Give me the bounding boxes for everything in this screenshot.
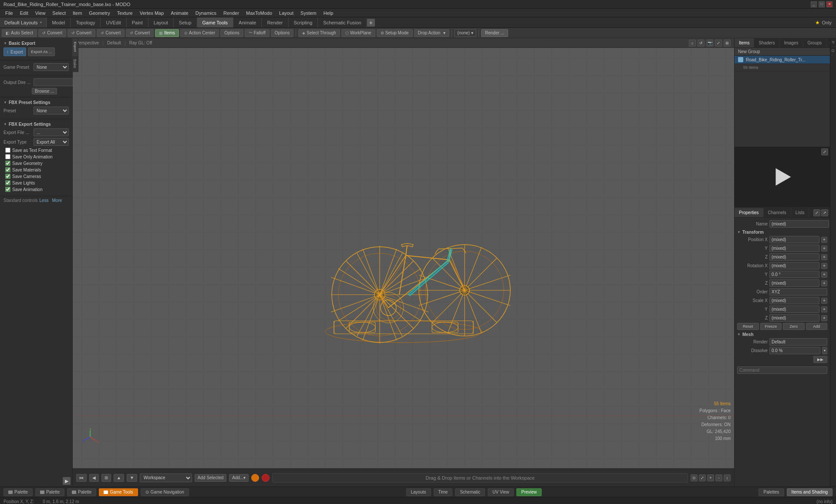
order-value[interactable]: XYZ [769, 288, 827, 296]
browse-button[interactable]: Browse ... [32, 88, 57, 94]
tab-animate[interactable]: Animate [233, 17, 262, 27]
tab-properties[interactable]: Properties [735, 208, 764, 217]
dissolve-value[interactable]: 0.0 % [769, 347, 820, 354]
add-selected-button[interactable]: Add Selected [195, 474, 227, 482]
menu-system[interactable]: System [297, 10, 320, 17]
rotation-z-value[interactable]: (mixed) [769, 279, 819, 287]
convert-button-1[interactable]: ↺ Convert [38, 29, 66, 37]
timeline-rewind-button[interactable]: ⏮ [76, 474, 87, 482]
game-preset-select[interactable]: None [34, 63, 69, 71]
falloff-button[interactable]: 〜 Falloff [245, 29, 270, 37]
tab-render[interactable]: Render [262, 17, 288, 27]
tab-topology[interactable]: Topology [71, 17, 101, 27]
vp-grid-button[interactable]: ⊞ [724, 40, 731, 47]
menu-animate[interactable]: Animate [167, 10, 192, 17]
dissolve-arrow-button[interactable]: ▾ [822, 347, 827, 354]
tab-setup[interactable]: Setup [174, 17, 197, 27]
preview-play-button[interactable] [772, 166, 793, 188]
new-group-button[interactable]: New Group [735, 48, 830, 56]
save-animation-checkbox[interactable] [5, 187, 10, 192]
render-value[interactable]: Default [769, 338, 827, 346]
tl-zoom-button[interactable]: ⊙ [691, 474, 698, 481]
tab-uvedit[interactable]: UVEdit [101, 17, 126, 27]
work-plane-button[interactable]: ⬡ WorkPlane [341, 29, 375, 37]
tab-layout[interactable]: Layout [148, 17, 174, 27]
convert-button-2[interactable]: ↺ Convert [67, 29, 95, 37]
game-navigation-button[interactable]: ⊙ Game Navigation [141, 488, 189, 496]
close-button[interactable]: ✕ [826, 1, 833, 7]
save-materials-checkbox[interactable] [5, 167, 10, 172]
render-button[interactable]: Render ... [481, 29, 508, 37]
add-dropdown-button[interactable]: Add... ▾ [229, 474, 249, 482]
minimize-button[interactable]: _ [811, 1, 817, 7]
tab-channels[interactable]: Channels [764, 208, 791, 217]
save-cameras-checkbox[interactable] [5, 174, 10, 179]
tl-expand-button[interactable]: ↕ [724, 474, 731, 481]
panel-expand-button[interactable]: ▶ [63, 477, 71, 485]
items-shading-button[interactable]: Items and Shading [787, 488, 833, 496]
export-file-select[interactable]: ... [34, 128, 69, 136]
rotation-z-add[interactable]: + [821, 280, 827, 286]
vp-home-button[interactable]: ⌂ [689, 40, 696, 47]
position-x-value[interactable]: (mixed) [769, 236, 819, 243]
tab-images[interactable]: Images [780, 38, 803, 47]
rotation-x-add[interactable]: + [821, 263, 827, 269]
items-button[interactable]: ▦ Items [155, 29, 179, 37]
scale-y-value[interactable]: (mixed) [769, 306, 819, 313]
tl-plus-button[interactable]: + [707, 474, 714, 481]
default-layouts-dropdown[interactable]: Default Layouts ▾ [0, 17, 47, 27]
preview-button[interactable]: Preview [516, 488, 542, 496]
drop-action-button[interactable]: Drop Action ▾ [414, 29, 450, 37]
tab-paint[interactable]: Paint [127, 17, 148, 27]
side-tab-bake[interactable]: Bake [72, 56, 78, 72]
reset-button[interactable]: Reset [737, 323, 759, 330]
export-button[interactable]: ↑ Export [3, 47, 26, 56]
tab-game-tools[interactable]: Game Tools [197, 17, 234, 27]
uv-view-button[interactable]: UV View [488, 488, 514, 496]
palette-button-3[interactable]: Palette [67, 488, 96, 496]
menu-geometry[interactable]: Geometry [85, 10, 113, 17]
list-item[interactable]: Road_Bike_Riding_Roller_Tr... [735, 56, 830, 64]
position-y-value[interactable]: (mixed) [769, 245, 819, 252]
properties-expand-btn[interactable]: ▶▶ [813, 356, 827, 363]
tab-schematic-fusion[interactable]: Schematic Fusion [318, 17, 367, 27]
right-edge-tab-2[interactable]: O [830, 47, 836, 55]
menu-view[interactable]: View [32, 10, 49, 17]
tab-scripting[interactable]: Scripting [289, 17, 318, 27]
position-x-add[interactable]: + [821, 237, 827, 243]
menu-edit[interactable]: Edit [17, 10, 32, 17]
timeline-circle-red-button[interactable] [262, 474, 270, 482]
zero-button[interactable]: Zero [783, 323, 805, 330]
options-button-2[interactable]: Options [271, 29, 293, 37]
game-tools-palette-button[interactable]: Game Tools [99, 488, 138, 496]
timeline-grid-button[interactable]: ⊞ [101, 474, 111, 482]
freeze-button[interactable]: Freeze [760, 323, 782, 330]
prop-expand-button[interactable]: ⤢ [813, 209, 820, 216]
rotation-x-value[interactable]: (mixed) [769, 262, 819, 269]
convert-button-3[interactable]: ↺ Convert [97, 29, 125, 37]
save-only-anim-checkbox[interactable] [5, 154, 10, 159]
tab-groups[interactable]: Groups [803, 38, 827, 47]
save-geometry-checkbox[interactable] [5, 161, 10, 166]
export-as-button[interactable]: Export As ... [28, 47, 55, 56]
menu-texture[interactable]: Texture [114, 10, 136, 17]
add-layout-tab-button[interactable]: + [367, 19, 375, 27]
position-z-add[interactable]: + [821, 254, 827, 260]
menu-dynamics[interactable]: Dynamics [192, 10, 220, 17]
scale-z-value[interactable]: (mixed) [769, 314, 819, 322]
action-center-button[interactable]: ⊙ Action Center [180, 29, 219, 37]
convert-button-4[interactable]: ↺ Convert [126, 29, 154, 37]
vp-expand-button[interactable]: ⤢ [715, 40, 722, 47]
less-link[interactable]: Less [39, 198, 48, 203]
menu-layout[interactable]: Layout [276, 10, 297, 17]
menu-max-to-modo[interactable]: MaxToModo [243, 10, 276, 17]
menu-render[interactable]: Render [220, 10, 243, 17]
timeline-forward-button[interactable]: ▲ [114, 474, 124, 482]
tab-items[interactable]: Items [735, 38, 754, 47]
tab-lists[interactable]: Lists [791, 208, 809, 217]
add-transform-button[interactable]: Add [806, 323, 828, 330]
preset-select[interactable]: None [34, 107, 69, 114]
palette-button-1[interactable]: Palette [3, 488, 33, 496]
setup-mode-button[interactable]: ⚙ Setup Mode [377, 29, 413, 37]
menu-item[interactable]: Item [69, 10, 85, 17]
